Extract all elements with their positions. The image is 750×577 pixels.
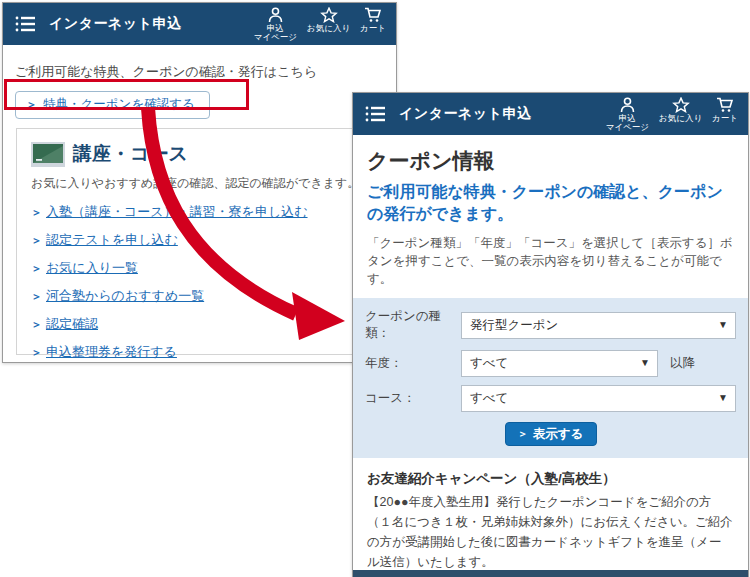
header-nav: 申込 マイページ お気に入り カート: [606, 97, 738, 131]
campaign-title: お友達紹介キャンペーン（入塾/高校生）: [367, 470, 734, 488]
course-section: 講座・コース お気に入りやおすすめ講座の確認、認定の確認ができます。 ＞入塾（講…: [16, 128, 388, 355]
app-header: インターネット申込 申込 マイページ お気に入り カート: [353, 93, 748, 135]
list-item: ＞申込整理券を発行する: [31, 342, 373, 361]
screenshot-stage: インターネット申込 申込 マイページ お気に入り カート ご利用可能な特典、クー…: [0, 0, 750, 577]
coupon-filter-panel: クーポンの種類： 発行型クーポン ▼ 年度： すべて ▼ 以降 コース：: [353, 298, 748, 458]
check-coupon-button-label: 特典・クーポンを確認する: [43, 96, 195, 113]
list-item: ＞河合塾からのおすすめ一覧: [31, 286, 373, 305]
app-title: インターネット申込: [49, 15, 254, 33]
header-nav: 申込 マイページ お気に入り カート: [254, 7, 386, 41]
page-title: クーポン情報: [367, 147, 734, 175]
window-coupon-info: インターネット申込 申込 マイページ お気に入り カート クーポン: [352, 92, 749, 577]
show-button[interactable]: ＞ 表示する: [505, 422, 597, 446]
cart-nav-item[interactable]: カート: [360, 7, 386, 33]
coupon-type-label: クーポンの種類：: [365, 308, 461, 342]
list-item: ＞お気に入り一覧: [31, 258, 373, 277]
course-label: コース：: [365, 390, 461, 407]
show-button-label: 表示する: [533, 426, 584, 443]
star-icon: [672, 97, 690, 113]
course-section-desc: お気に入りやおすすめ講座の確認、認定の確認ができます。: [31, 175, 373, 192]
cart-nav-item[interactable]: カート: [712, 97, 738, 123]
chevron-icon: ＞: [31, 289, 42, 304]
hamburger-menu-icon[interactable]: [365, 105, 387, 123]
list-item: ＞認定確認: [31, 314, 373, 333]
hamburger-menu-icon[interactable]: [15, 15, 37, 33]
app-title: インターネット申込: [399, 105, 606, 123]
coupon-type-select[interactable]: 発行型クーポン ▼: [461, 312, 736, 339]
chevron-icon: ＞: [31, 345, 42, 360]
link-favorites-list[interactable]: お気に入り一覧: [46, 260, 138, 275]
link-recommend-list[interactable]: 河合塾からのおすすめ一覧: [46, 288, 204, 303]
link-issue-ticket[interactable]: 申込整理券を発行する: [46, 344, 177, 359]
year-select[interactable]: すべて ▼: [461, 350, 658, 377]
year-label: 年度：: [365, 355, 461, 372]
chevron-icon: ＞: [31, 261, 42, 276]
page-subtitle: ご利用可能な特典・クーポンの確認と、クーポンの発行ができます。: [367, 181, 734, 226]
chevron-icon: ＞: [31, 205, 42, 220]
window-internet-application: インターネット申込 申込 マイページ お気に入り カート ご利用可能な特典、クー…: [2, 2, 397, 363]
mypage-nav-item[interactable]: 申込 マイページ: [254, 7, 297, 41]
course-link-list: ＞入塾（講座・コース）・講習・寮を申し込む ＞認定テストを申し込む ＞お気に入り…: [31, 202, 373, 361]
chevron-icon: ＞: [26, 97, 37, 112]
user-icon: [267, 7, 284, 23]
campaign-body: 【20●●年度入塾生用】発行したクーポンコードをご紹介の方（１名につき１枚・兄弟…: [367, 492, 734, 572]
star-icon: [320, 7, 338, 23]
app-header: インターネット申込 申込 マイページ お気に入り カート: [3, 3, 396, 45]
chevron-icon: ＞: [518, 427, 528, 441]
chevron-icon: ＞: [31, 233, 42, 248]
cart-icon: [716, 97, 734, 113]
list-item: ＞認定テストを申し込む: [31, 230, 373, 249]
chevron-down-icon: ▼: [718, 319, 728, 330]
year-suffix-text: 以降: [670, 355, 695, 372]
user-icon: [619, 97, 636, 113]
course-section-title: 講座・コース: [73, 141, 188, 167]
list-item: ＞入塾（講座・コース）・講習・寮を申し込む: [31, 202, 373, 221]
campaign-section: お友達紹介キャンペーン（入塾/高校生） 【20●●年度入塾生用】発行したクーポン…: [353, 458, 748, 577]
footer-bar: [353, 570, 748, 577]
link-apply-admission[interactable]: 入塾（講座・コース）・講習・寮を申し込む: [46, 204, 308, 219]
favorites-nav-item[interactable]: お気に入り: [307, 7, 350, 33]
cart-icon: [364, 7, 382, 23]
course-select[interactable]: すべて ▼: [461, 385, 736, 412]
link-certification[interactable]: 認定確認: [46, 316, 98, 331]
page-description: 「クーポン種類」「年度」「コース」を選択して［表示する］ボタンを押すことで、一覧…: [367, 234, 734, 288]
link-apply-test[interactable]: 認定テストを申し込む: [46, 232, 178, 247]
chevron-down-icon: ▼: [718, 392, 728, 403]
chalkboard-icon: [31, 142, 65, 167]
check-coupon-button[interactable]: ＞ 特典・クーポンを確認する: [15, 91, 210, 119]
coupon-notice-text: ご利用可能な特典、クーポンの確認・発行はこちら: [15, 63, 384, 81]
favorites-nav-item[interactable]: お気に入り: [659, 97, 702, 123]
chevron-icon: ＞: [31, 317, 42, 332]
chevron-down-icon: ▼: [640, 357, 650, 368]
mypage-nav-item[interactable]: 申込 マイページ: [606, 97, 649, 131]
